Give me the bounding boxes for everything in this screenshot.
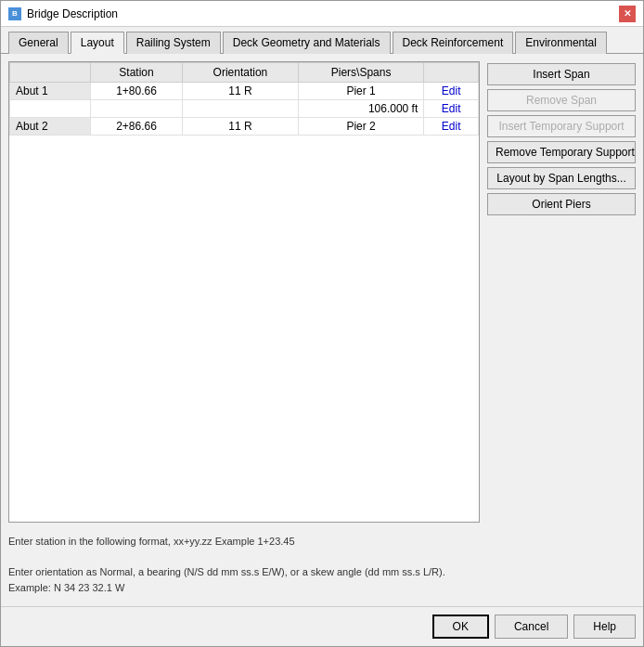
tab-reinforcement[interactable]: Deck Reinforcement: [393, 32, 514, 54]
title-bar-left: B Bridge Description: [8, 7, 118, 20]
help-button[interactable]: Help: [573, 615, 636, 639]
app-icon: B: [8, 7, 21, 20]
content-area: Station Orientation Piers\Spans Abut 1 1…: [1, 54, 643, 606]
insert-temp-support-button[interactable]: Insert Temporary Support: [487, 115, 636, 137]
remove-temp-support-button[interactable]: Remove Temporary Support: [487, 141, 636, 163]
table-container: Station Orientation Piers\Spans Abut 1 1…: [8, 61, 480, 523]
tab-railing[interactable]: Railing System: [126, 32, 221, 54]
row-span-label: [10, 100, 91, 118]
orient-piers-button[interactable]: Orient Piers: [487, 193, 636, 215]
row-span-orientation: [182, 100, 298, 118]
row-abut2-pier: Pier 2: [298, 118, 423, 136]
tab-environmental[interactable]: Environmental: [515, 32, 607, 54]
main-window: B Bridge Description ✕ General Layout Ra…: [0, 0, 644, 647]
side-buttons: Insert Span Remove Span Insert Temporary…: [487, 61, 636, 599]
col-header-edit: [424, 63, 479, 83]
close-button[interactable]: ✕: [619, 6, 636, 22]
edit-link[interactable]: Edit: [442, 84, 461, 97]
row-abut1-station[interactable]: 1+80.66: [91, 83, 183, 100]
main-panel: Station Orientation Piers\Spans Abut 1 1…: [8, 61, 480, 599]
row-abut2-label: Abut 2: [10, 118, 91, 136]
tabs-bar: General Layout Railing System Deck Geome…: [1, 27, 643, 54]
row-span-distance[interactable]: 106.000 ft: [298, 100, 423, 118]
row-abut1-orientation[interactable]: 11 R: [182, 83, 298, 100]
info-line3: Example: N 34 23 32.1 W: [8, 580, 480, 596]
col-header-piers: Piers\Spans: [298, 63, 423, 83]
title-bar: B Bridge Description ✕: [1, 1, 643, 27]
row-span-station: [91, 100, 183, 118]
row-abut1-pier: Pier 1: [298, 83, 423, 100]
row-abut2-orientation[interactable]: 11 R: [182, 118, 298, 136]
tab-layout[interactable]: Layout: [71, 32, 124, 54]
edit-link[interactable]: Edit: [442, 102, 461, 115]
info-line1: Enter station in the following format, x…: [8, 534, 480, 550]
row-span-edit[interactable]: Edit: [424, 100, 479, 118]
row-abut1-label: Abut 1: [10, 83, 91, 100]
cancel-button[interactable]: Cancel: [495, 615, 568, 639]
table-row: Abut 1 1+80.66 11 R Pier 1 Edit: [10, 83, 479, 100]
info-line2: Enter orientation as Normal, a bearing (…: [8, 564, 480, 580]
bottom-bar: OK Cancel Help: [1, 606, 643, 646]
ok-button[interactable]: OK: [432, 615, 489, 639]
tab-general[interactable]: General: [8, 32, 69, 54]
tab-deck[interactable]: Deck Geometry and Materials: [223, 32, 391, 54]
col-header-empty: [10, 63, 91, 83]
row-abut2-station[interactable]: 2+86.66: [91, 118, 183, 136]
insert-span-button[interactable]: Insert Span: [487, 63, 636, 85]
row-abut2-edit[interactable]: Edit: [424, 118, 479, 136]
info-section: Enter station in the following format, x…: [8, 530, 480, 599]
layout-table: Station Orientation Piers\Spans Abut 1 1…: [9, 62, 479, 136]
col-header-orientation: Orientation: [182, 63, 298, 83]
edit-link[interactable]: Edit: [442, 120, 461, 133]
col-header-station: Station: [91, 63, 183, 83]
table-row: Abut 2 2+86.66 11 R Pier 2 Edit: [10, 118, 479, 136]
row-abut1-edit[interactable]: Edit: [424, 83, 479, 100]
remove-span-button[interactable]: Remove Span: [487, 89, 636, 111]
table-row: 106.000 ft Edit: [10, 100, 479, 118]
window-title: Bridge Description: [27, 7, 118, 20]
layout-span-lengths-button[interactable]: Layout by Span Lengths...: [487, 167, 636, 189]
